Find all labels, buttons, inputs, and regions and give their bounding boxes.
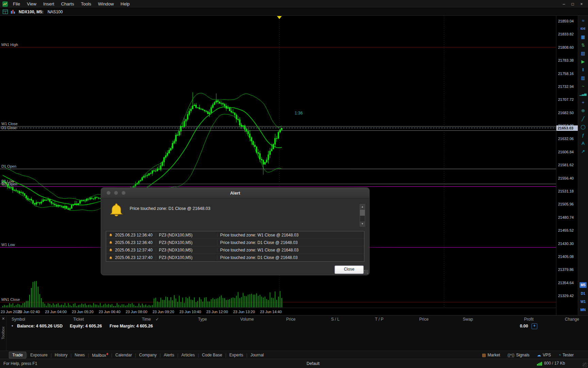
zigzag-icon[interactable]: ~ bbox=[582, 83, 585, 89]
tab-journal[interactable]: Journal bbox=[247, 352, 267, 358]
tab-mailbox[interactable]: Mailbox8 bbox=[89, 352, 111, 358]
column-header-type[interactable]: Type bbox=[198, 317, 207, 322]
menu-file[interactable]: File bbox=[10, 1, 23, 6]
chart-tab-description: NAS100 bbox=[48, 10, 63, 14]
alert-time: 2025.06.23 12:36:40 bbox=[115, 240, 156, 245]
alert-resize-grip[interactable] bbox=[364, 270, 368, 274]
chart-tab-title[interactable]: NDX100, M5:NAS100 bbox=[19, 10, 63, 14]
scroll-up-button[interactable]: ▲ bbox=[360, 204, 365, 209]
chart-tab-bar: NDX100, M5:NAS100 bbox=[0, 8, 588, 16]
restore-button[interactable]: □ bbox=[569, 2, 576, 6]
price-axis-label: 21329.42 bbox=[558, 293, 574, 298]
tf-m5-button[interactable]: M5 bbox=[579, 282, 587, 288]
tab-trade[interactable]: Trade bbox=[9, 352, 26, 358]
signals-icon: ((•)) bbox=[508, 353, 514, 357]
time-axis-label: 23 Jun 05:20 bbox=[72, 310, 94, 314]
tab-calendar[interactable]: Calendar bbox=[112, 352, 135, 358]
balance-value: Balance: 4 605.26 USD bbox=[17, 324, 63, 328]
tf-d1-button[interactable]: D1 bbox=[581, 291, 585, 296]
tf-w1-button[interactable]: W1 bbox=[581, 299, 586, 304]
new-order-icon[interactable]: ⇅ bbox=[581, 43, 585, 48]
alert-history-list[interactable]: 2025.06.23 12:36:40PZ3 (NDX100,M5)Price … bbox=[106, 231, 364, 262]
menu-charts[interactable]: Charts bbox=[58, 1, 77, 6]
metaeditor-icon[interactable]: ▦ bbox=[581, 34, 585, 40]
column-header-volume[interactable]: Volume bbox=[240, 317, 254, 322]
menu-tools[interactable]: Tools bbox=[78, 1, 95, 6]
sort-indicator[interactable]: ✓ bbox=[156, 317, 159, 322]
menu-window[interactable]: Window bbox=[95, 1, 117, 6]
fibonacci-icon[interactable]: ƒ bbox=[582, 133, 584, 138]
alert-row[interactable]: 2025.06.23 12:36:40PZ3 (NDX100,M5)Price … bbox=[106, 231, 364, 239]
volumes-icon[interactable]: ▁▃▅ bbox=[579, 92, 587, 97]
alert-dialog-titlebar[interactable]: Alert bbox=[101, 188, 369, 198]
deposit-button[interactable]: + bbox=[532, 323, 537, 329]
toolbox-grid-icon[interactable] bbox=[3, 10, 8, 14]
alert-scrollbar[interactable]: ▲ ▼ bbox=[360, 204, 365, 227]
resize-grip[interactable] bbox=[583, 363, 587, 367]
trendline-icon[interactable]: ╱ bbox=[582, 116, 585, 121]
time-axis[interactable]: 23 Jun 202523 Jun 02:4023 Jun 04:0023 Ju… bbox=[0, 308, 556, 315]
price-axis-label: 21480.74 bbox=[558, 215, 574, 220]
column-header-change[interactable]: Change bbox=[565, 317, 579, 322]
price-axis-label: 21455.52 bbox=[558, 228, 574, 233]
chart-icon[interactable] bbox=[11, 10, 15, 14]
market-watch-icon[interactable]: ▤ bbox=[581, 51, 585, 56]
tab-company[interactable]: Company bbox=[136, 352, 160, 358]
tab-experts[interactable]: Experts bbox=[226, 352, 246, 358]
alert-row[interactable]: 2025.06.23 12:36:40PZ3 (NDX100,M5)Price … bbox=[106, 239, 364, 246]
tab-alerts[interactable]: Alerts bbox=[161, 352, 177, 358]
vps-button[interactable]: ☁VPS bbox=[537, 353, 551, 357]
signals-button[interactable]: ((•))Signals bbox=[508, 353, 530, 357]
tab-news[interactable]: News bbox=[71, 352, 88, 358]
alert-close-button[interactable]: Close bbox=[334, 265, 364, 274]
level-labels: MN1 HighW1 CloseD1 CloseD1 OpenD1 LowW1 … bbox=[1, 43, 20, 302]
tf-mn-button[interactable]: MN bbox=[581, 307, 586, 312]
pause-icon[interactable]: ‖ bbox=[582, 67, 584, 72]
menu-insert[interactable]: Insert bbox=[40, 1, 58, 6]
play-icon[interactable]: ▶ bbox=[582, 59, 585, 64]
chart-line-icon[interactable]: ≈ bbox=[582, 18, 584, 23]
column-header-s-l[interactable]: S / L bbox=[331, 317, 340, 322]
column-header-price[interactable]: Price bbox=[286, 317, 295, 322]
zoom-circle-icon[interactable] bbox=[121, 191, 126, 195]
depth-of-market-icon[interactable]: ▥ bbox=[581, 75, 585, 80]
tester-button[interactable]: ◔Tester bbox=[558, 353, 574, 357]
minimize-button[interactable]: – bbox=[560, 2, 568, 6]
market-button[interactable]: ▤Market bbox=[482, 353, 500, 357]
alert-row[interactable]: 2025.06.23 12:37:40PZ3 (NDX100,M5)Price … bbox=[106, 246, 364, 254]
app-logo bbox=[2, 1, 8, 7]
arrow-tool-icon[interactable]: ↗ bbox=[581, 149, 585, 154]
bell-icon bbox=[106, 248, 115, 252]
tab-code-base[interactable]: Code Base bbox=[199, 352, 225, 358]
add-indicator-icon[interactable]: ⊕ bbox=[581, 108, 585, 113]
tab-articles[interactable]: Articles bbox=[178, 352, 198, 358]
column-header-symbol[interactable]: Symbol bbox=[12, 317, 25, 322]
price-axis-label: 21833.82 bbox=[558, 32, 574, 36]
close-circle-icon[interactable] bbox=[107, 191, 111, 195]
tab-label: Alerts bbox=[164, 353, 174, 357]
ide-button[interactable]: IDE bbox=[581, 26, 586, 31]
tab-history[interactable]: History bbox=[52, 352, 70, 358]
crosshair-icon[interactable]: + bbox=[582, 100, 585, 105]
window-traffic-lights bbox=[107, 191, 126, 195]
tab-exposure[interactable]: Exposure bbox=[27, 352, 51, 358]
text-tool-icon[interactable]: A bbox=[582, 141, 585, 146]
menu-view[interactable]: View bbox=[23, 1, 40, 6]
column-header-ticket[interactable]: Ticket bbox=[73, 317, 84, 322]
minimize-circle-icon[interactable] bbox=[114, 191, 118, 195]
column-header-profit[interactable]: Profit bbox=[524, 317, 534, 322]
column-header-time[interactable]: Time bbox=[142, 317, 151, 322]
profile-selector[interactable]: Default bbox=[307, 361, 320, 366]
bell-icon bbox=[106, 233, 115, 237]
menu-help[interactable]: Help bbox=[117, 1, 133, 6]
column-header-t-p[interactable]: T / P bbox=[375, 317, 383, 322]
scroll-down-button[interactable]: ▼ bbox=[360, 221, 365, 226]
column-header-swap[interactable]: Swap bbox=[463, 317, 473, 322]
scroll-thumb[interactable] bbox=[360, 210, 365, 216]
alert-row[interactable]: 2025.06.23 12:37:40PZ3 (NDX100,M5)Price … bbox=[106, 254, 364, 261]
price-axis[interactable]: 21859.0421833.8221808.6021783.3821758.16… bbox=[556, 16, 578, 315]
equity-value: Equity: 4 605.26 bbox=[70, 324, 102, 328]
column-header-price[interactable]: Price bbox=[419, 317, 428, 322]
close-button[interactable]: × bbox=[578, 2, 585, 6]
ellipse-icon[interactable]: ◯ bbox=[581, 124, 586, 129]
